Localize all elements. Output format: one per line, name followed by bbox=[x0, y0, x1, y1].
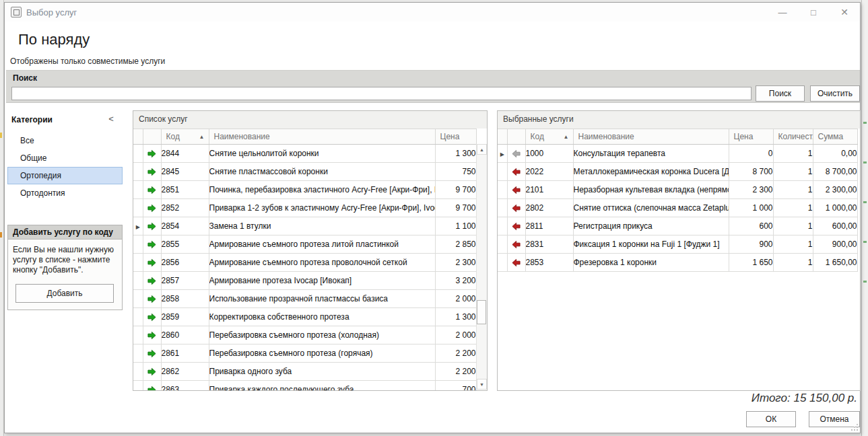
service-name: Неразборная культевая вкладка (непрямо..… bbox=[573, 181, 729, 199]
service-name: Армирование съемного протеза литой пласт… bbox=[209, 235, 435, 254]
category-item-ortodontiya[interactable]: Ортодонтия bbox=[7, 184, 123, 202]
current-row-indicator: ▶ bbox=[500, 151, 504, 157]
add-service-arrow-icon[interactable] bbox=[147, 221, 156, 231]
selected-service-row[interactable]: 2853Фрезеровка 1 коронки1 65011 650,00 bbox=[498, 254, 857, 272]
service-row[interactable]: 2858Использование прозрачной пластмассы … bbox=[133, 290, 476, 308]
col-header-indicator bbox=[133, 129, 143, 145]
selected-services-table: Код▲ Наименование Цена Количест... Сумма… bbox=[498, 129, 858, 272]
service-row[interactable]: 2860Перебазировка съемного протеза (холо… bbox=[133, 326, 476, 344]
col-header-code[interactable]: Код▲ bbox=[161, 129, 209, 145]
add-service-arrow-icon[interactable] bbox=[147, 167, 156, 176]
service-row[interactable]: 2855Армирование съемного протеза литой п… bbox=[133, 235, 476, 254]
service-row[interactable]: 2851Починка, перебазировка эластичного A… bbox=[133, 181, 476, 199]
remove-service-arrow-icon[interactable] bbox=[512, 240, 521, 249]
add-service-arrow-icon[interactable] bbox=[147, 294, 156, 303]
service-sum: 1 650,00 bbox=[813, 254, 857, 272]
category-item-ortopediya[interactable]: Ортопедия bbox=[7, 167, 123, 184]
selected-service-row[interactable]: ▶1000Консультация терапевта010,00 bbox=[498, 145, 857, 163]
service-row[interactable]: ▶2854Замена 1 втулки1 100 bbox=[133, 217, 476, 235]
service-name: Замена 1 втулки bbox=[209, 217, 435, 235]
service-code: 2802 bbox=[525, 199, 573, 217]
service-name: Снятие пластмассовой коронки bbox=[209, 163, 435, 181]
selected-service-row[interactable]: 2831Фиксация 1 коронки на Fuji 1 [Фуджи … bbox=[498, 235, 857, 254]
scroll-down-button[interactable]: ▼ bbox=[477, 379, 487, 390]
scrollbar-track[interactable] bbox=[477, 155, 487, 379]
category-item-obshchie[interactable]: Общие bbox=[7, 149, 123, 167]
service-price: 700 bbox=[435, 381, 476, 392]
background-window-right-edge bbox=[861, 0, 868, 436]
service-row[interactable]: 2862Приварка одного зуба2 200 bbox=[133, 363, 476, 381]
service-row[interactable]: 2863Приварка каждого последующего зуба70… bbox=[133, 381, 476, 392]
selected-service-row[interactable]: 2101Неразборная культевая вкладка (непря… bbox=[498, 181, 857, 199]
minimize-button[interactable]: — bbox=[767, 3, 798, 22]
selected-service-row[interactable]: 2802Снятие оттиска (слепочная масса Zeta… bbox=[498, 199, 857, 217]
service-qty: 1 bbox=[773, 254, 813, 272]
service-name: Перебазировка съемного протеза (холодная… bbox=[209, 326, 435, 344]
add-service-button[interactable]: Добавить bbox=[15, 284, 114, 303]
collapse-categories-icon[interactable]: < bbox=[106, 114, 116, 124]
remove-service-arrow-icon[interactable] bbox=[512, 203, 521, 213]
service-price: 2 200 bbox=[435, 344, 476, 363]
select-services-dialog: Выбор услуг — □ ✕ По наряду Отображены т… bbox=[4, 2, 861, 433]
col-header-name[interactable]: Наименование bbox=[209, 129, 435, 145]
col-header-price[interactable]: Цена bbox=[729, 129, 773, 145]
add-service-arrow-icon[interactable] bbox=[147, 240, 156, 249]
add-service-arrow-icon[interactable] bbox=[147, 385, 156, 391]
add-by-code-panel: Добавить услугу по коду Если Вы не нашли… bbox=[7, 225, 123, 310]
add-service-arrow-icon[interactable] bbox=[147, 258, 156, 267]
col-header-code[interactable]: Код▲ bbox=[525, 129, 573, 145]
selected-service-row[interactable]: 2022Металлокерамическая коронка Ducera [… bbox=[498, 163, 857, 181]
total-label: Итого: 15 150,00 р. bbox=[752, 392, 857, 405]
col-header-indicator bbox=[498, 129, 507, 145]
service-row[interactable]: 2856Армирование съемного протеза проволо… bbox=[133, 254, 476, 272]
search-button[interactable]: Поиск bbox=[756, 85, 805, 102]
col-header-name[interactable]: Наименование bbox=[573, 129, 729, 145]
remove-service-arrow-icon[interactable] bbox=[512, 167, 521, 176]
add-service-arrow-icon[interactable] bbox=[147, 349, 156, 358]
add-service-arrow-icon[interactable] bbox=[147, 330, 156, 340]
clear-button[interactable]: Очистить bbox=[810, 85, 860, 102]
scrollbar-thumb[interactable] bbox=[477, 300, 486, 324]
category-item-vse[interactable]: Все bbox=[7, 132, 123, 149]
remove-service-arrow-icon[interactable] bbox=[512, 185, 521, 194]
service-code: 2811 bbox=[525, 217, 573, 235]
add-service-arrow-icon[interactable] bbox=[147, 367, 156, 376]
service-code: 2863 bbox=[161, 381, 209, 392]
services-scrollbar[interactable]: ▲ ▼ bbox=[476, 144, 487, 390]
add-service-arrow-icon[interactable] bbox=[147, 149, 156, 158]
service-name: Фиксация 1 коронки на Fuji 1 [Фуджи 1] bbox=[573, 235, 729, 254]
title-bar[interactable]: Выбор услуг — □ ✕ bbox=[5, 3, 860, 22]
close-button[interactable]: ✕ bbox=[829, 3, 860, 22]
scroll-up-button[interactable]: ▲ bbox=[477, 144, 487, 155]
service-price: 1 300 bbox=[435, 145, 476, 163]
service-row[interactable]: 2859Корректировка собственного протеза1 … bbox=[133, 308, 476, 326]
maximize-button[interactable]: □ bbox=[798, 3, 829, 22]
search-input[interactable] bbox=[11, 87, 752, 100]
col-header-sum[interactable]: Сумма bbox=[813, 129, 857, 145]
service-row[interactable]: 2857Армирование протеза Ivocap [Ивокап]3… bbox=[133, 272, 476, 290]
add-service-arrow-icon[interactable] bbox=[147, 203, 156, 213]
service-row[interactable]: 2844Снятие цельнолитой коронки1 300 bbox=[133, 145, 476, 163]
service-code: 2859 bbox=[161, 308, 209, 326]
service-code: 1000 bbox=[525, 145, 573, 163]
scroll-down-icon: ▼ bbox=[479, 382, 484, 387]
add-service-arrow-icon[interactable] bbox=[147, 312, 156, 322]
add-service-arrow-icon[interactable] bbox=[147, 185, 156, 194]
service-price: 1 100 bbox=[435, 217, 476, 235]
service-row[interactable]: 2852Приварка 1-2 зубов к эластичному Acr… bbox=[133, 199, 476, 217]
service-code: 2101 bbox=[525, 181, 573, 199]
remove-service-arrow-icon[interactable] bbox=[512, 258, 521, 267]
selected-service-row[interactable]: 2811Регистрация прикуса6001600,00 bbox=[498, 217, 857, 235]
resize-grip[interactable] bbox=[851, 424, 858, 431]
remove-service-arrow-icon[interactable] bbox=[512, 221, 521, 231]
remove-service-arrow-icon[interactable] bbox=[512, 149, 521, 158]
maximize-icon: □ bbox=[811, 7, 816, 17]
add-service-arrow-icon[interactable] bbox=[147, 276, 156, 285]
service-row[interactable]: 2845Снятие пластмассовой коронки750 bbox=[133, 163, 476, 181]
col-header-price[interactable]: Цена bbox=[435, 129, 476, 145]
service-code: 2854 bbox=[161, 217, 209, 235]
ok-button[interactable]: ОК bbox=[746, 411, 796, 427]
service-row[interactable]: 2861Перебазировка съемного протеза (горя… bbox=[133, 344, 476, 363]
service-sum: 900,00 bbox=[813, 235, 857, 254]
col-header-qty[interactable]: Количест... bbox=[773, 129, 813, 145]
